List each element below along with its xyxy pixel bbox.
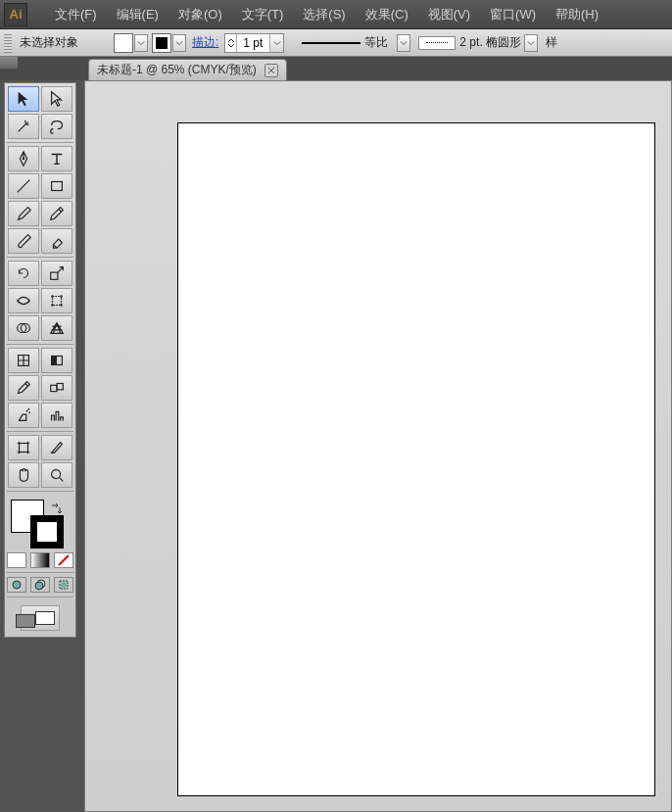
swap-fill-stroke-icon[interactable] [50,502,64,515]
mesh-tool[interactable] [8,348,39,373]
rectangle-icon [48,177,66,195]
perspective-grid-tool[interactable] [41,315,72,341]
rectangle-tool[interactable] [41,173,72,199]
zoom-icon [48,466,66,484]
svg-point-5 [60,295,62,297]
svg-rect-18 [20,444,28,453]
svg-point-24 [61,582,67,588]
options-bar: 未选择对象 描边: 1 pt 等比 2 pt. 椭圆形 样 [0,29,672,57]
paintbrush-tool[interactable] [8,201,39,226]
menu-file[interactable]: 文件(F) [45,0,107,29]
fill-dropdown[interactable] [134,34,148,52]
lasso-tool[interactable] [41,114,72,139]
free-transform-tool[interactable] [41,288,72,313]
type-tool[interactable] [41,146,72,171]
stroke-color[interactable] [30,515,64,549]
draw-behind-icon [34,579,46,591]
menu-effect[interactable]: 效果(C) [356,0,418,29]
column-graph-tool[interactable] [41,403,72,428]
hand-icon [15,466,32,484]
pen-tool[interactable] [8,146,39,171]
draw-normal[interactable] [7,577,26,593]
chevron-down-icon [400,39,408,47]
slice-tool[interactable] [41,435,72,460]
document-tab[interactable]: 未标题-1 @ 65% (CMYK/预览) [88,59,287,80]
direct-selection-tool[interactable] [41,86,72,112]
mesh-icon [15,352,32,369]
scale-tool[interactable] [41,261,72,286]
blend-icon [48,379,66,397]
menu-window[interactable]: 窗口(W) [480,0,546,29]
brush-value: 2 pt. 椭圆形 [459,34,521,51]
stroke-profile-preview [302,42,360,44]
color-mode-solid[interactable] [7,552,26,568]
tab-close-button[interactable] [264,64,278,77]
menu-object[interactable]: 对象(O) [168,0,232,29]
eyedropper-tool[interactable] [8,375,39,401]
scale-icon [48,264,66,282]
paintbrush-icon [15,205,32,222]
draw-mode-row [7,577,73,593]
fill-stroke-control [7,498,73,549]
tools-panel [4,82,76,638]
svg-point-17 [28,408,30,410]
rotate-icon [15,264,32,282]
perspective-grid-icon [48,319,66,337]
canvas-area[interactable] [84,80,672,812]
gradient-tool[interactable] [41,348,72,373]
pencil-tool[interactable] [41,201,72,226]
stroke-stepper[interactable] [225,34,237,52]
stroke-dropdown[interactable] [172,34,186,52]
menu-help[interactable]: 帮助(H) [546,0,608,29]
artboard [177,122,655,796]
fill-swatch[interactable] [114,33,133,53]
color-mode-gradient[interactable] [30,552,50,568]
menu-type[interactable]: 文字(T) [232,0,294,29]
draw-inside[interactable] [54,577,73,593]
brush-preview[interactable] [418,36,456,50]
chevron-down-icon [227,43,235,48]
svg-rect-14 [57,384,63,390]
selection-tool[interactable] [8,86,39,112]
stroke-link[interactable]: 描边: [192,34,218,51]
shape-builder-tool[interactable] [8,315,39,341]
color-mode-none[interactable] [54,552,73,568]
artboard-tool[interactable] [8,435,39,460]
rotate-tool[interactable] [8,261,39,286]
blob-brush-tool[interactable] [8,228,39,254]
svg-point-0 [23,158,24,160]
tools-column [0,80,84,812]
scale-dropdown[interactable] [397,34,410,52]
menu-edit[interactable]: 编辑(E) [107,0,168,29]
none-icon [58,554,70,566]
line-segment-tool[interactable] [8,173,39,199]
stroke-swatch[interactable] [152,33,171,53]
magic-wand-tool[interactable] [8,114,39,139]
draw-behind[interactable] [30,577,50,593]
shape-builder-icon [15,319,32,337]
svg-point-7 [60,304,62,306]
svg-point-19 [52,470,61,479]
close-icon [267,67,275,74]
stroke-weight-value: 1 pt [237,36,268,50]
draw-normal-icon [11,579,23,591]
workspace [0,80,672,812]
screen-mode-button[interactable] [21,605,60,631]
width-tool[interactable] [8,288,39,313]
direct-selection-icon [48,90,66,108]
eraser-tool[interactable] [41,228,72,254]
graph-icon [48,406,66,424]
scale-label: 等比 [364,34,388,51]
svg-rect-12 [52,357,57,365]
stroke-weight-dropdown[interactable] [269,34,283,52]
blend-tool[interactable] [41,375,72,401]
menu-select[interactable]: 选择(S) [293,0,355,29]
document-tab-title: 未标题-1 @ 65% (CMYK/预览) [97,62,257,78]
zoom-tool[interactable] [41,462,72,488]
symbol-sprayer-tool[interactable] [8,403,39,428]
stroke-weight-field[interactable]: 1 pt [224,33,284,53]
brush-dropdown[interactable] [524,34,538,52]
hand-tool[interactable] [8,462,39,488]
menu-view[interactable]: 视图(V) [418,0,480,29]
options-grip[interactable] [4,33,12,53]
